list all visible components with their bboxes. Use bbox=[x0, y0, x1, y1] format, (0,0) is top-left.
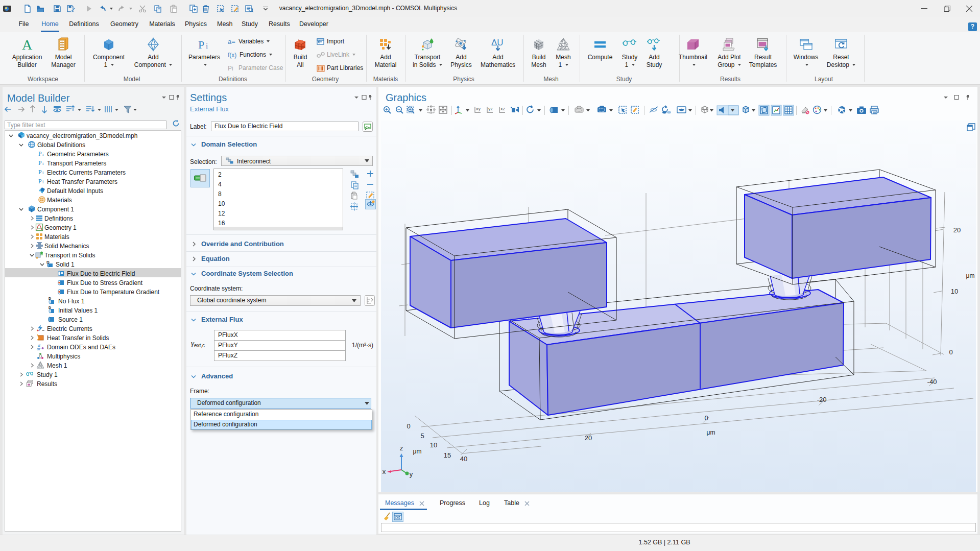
svg-text:i: i bbox=[42, 179, 44, 184]
svg-text:−: − bbox=[42, 328, 44, 332]
svg-text:z: z bbox=[400, 444, 403, 452]
svg-text:0: 0 bbox=[407, 422, 410, 430]
svg-text:ΔU: ΔU bbox=[491, 38, 504, 47]
svg-text:-20: -20 bbox=[817, 396, 827, 403]
svg-text:a=: a= bbox=[228, 38, 235, 45]
svg-text:-40: -40 bbox=[927, 378, 937, 386]
svg-text:P: P bbox=[38, 150, 42, 157]
svg-text:x: x bbox=[383, 468, 386, 475]
svg-text:i: i bbox=[206, 42, 208, 50]
svg-text:μm: μm bbox=[413, 448, 422, 455]
svg-text:P: P bbox=[198, 38, 204, 51]
svg-text:f(x): f(x) bbox=[228, 52, 236, 59]
svg-text:xy: xy bbox=[476, 106, 481, 111]
svg-text:i: i bbox=[42, 170, 44, 175]
svg-text:P: P bbox=[38, 178, 42, 185]
svg-text:+: + bbox=[37, 329, 39, 332]
svg-text:xz: xz bbox=[500, 106, 506, 111]
svg-text:P: P bbox=[38, 169, 42, 176]
svg-text:5: 5 bbox=[420, 432, 424, 440]
svg-text:μm: μm bbox=[966, 272, 975, 279]
svg-text:20: 20 bbox=[585, 434, 592, 442]
svg-text:P: P bbox=[38, 159, 42, 166]
svg-text:0: 0 bbox=[949, 348, 952, 356]
svg-text:0: 0 bbox=[704, 414, 708, 422]
svg-text:μm: μm bbox=[707, 429, 715, 436]
svg-text:y: y bbox=[410, 470, 413, 478]
svg-text:20: 20 bbox=[953, 226, 961, 234]
svg-text:dt: dt bbox=[37, 347, 40, 351]
svg-text:10: 10 bbox=[951, 288, 958, 295]
svg-text:15: 15 bbox=[444, 451, 451, 459]
svg-text:Pi: Pi bbox=[228, 65, 233, 72]
svg-text:10: 10 bbox=[430, 441, 437, 449]
svg-text:A: A bbox=[22, 37, 33, 52]
svg-text:i: i bbox=[42, 152, 44, 157]
svg-text:yz: yz bbox=[488, 106, 493, 111]
svg-text:40: 40 bbox=[460, 455, 467, 463]
svg-text:i: i bbox=[42, 161, 44, 166]
